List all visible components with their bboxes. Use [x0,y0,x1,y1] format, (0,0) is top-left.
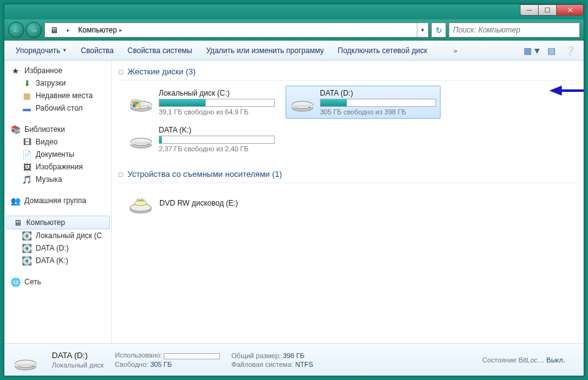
download-icon: ⬇ [22,78,32,88]
forward-button[interactable]: → [26,22,42,38]
sidebar-item-downloads[interactable]: ⬇Загрузки [4,77,111,89]
sidebar-item-music[interactable]: 🎵Музыка [4,173,111,186]
search-input[interactable] [449,22,580,38]
sidebar-item-recent[interactable]: ▦Недавние места [4,89,111,102]
computer-icon: 🖥 [12,218,22,228]
refresh-button[interactable]: ↻ [431,22,446,38]
desktop-icon: ▬ [22,103,32,113]
sidebar-item-drive-d[interactable]: 💽DATA (D:) [4,242,111,254]
help-button[interactable]: ❔ [561,43,579,58]
drive-icon: 💽 [22,256,32,266]
drive-icon [11,348,41,372]
breadcrumb-dropdown[interactable]: ▾ [417,23,428,37]
svg-text:DVD: DVD [137,198,145,202]
svg-point-24 [32,365,34,367]
doc-icon: 📄 [22,149,32,159]
svg-point-12 [309,107,311,109]
back-button[interactable]: ← [8,22,24,38]
sidebar-favorites[interactable]: ★Избранное [4,64,111,77]
properties-button[interactable]: Свойства [74,44,120,58]
image-icon: 🖼 [22,162,32,172]
content-pane: ▢Жесткие диски (3) Локальный диск (C:) 3… [112,61,584,343]
drive-icon [129,89,154,114]
svg-rect-6 [136,101,139,104]
toolbar: Упорядочить▼ Свойства Свойства системы У… [4,41,584,61]
titlebar: ─ ☐ ✕ [4,4,584,19]
sidebar-computer[interactable]: 🖥Компьютер [6,216,110,229]
sidebar: ★Избранное ⬇Загрузки ▦Недавние места ▬Ра… [4,61,112,343]
uninstall-button[interactable]: Удалить или изменить программу [200,44,331,58]
svg-point-16 [148,144,150,146]
group-header-hdd[interactable]: ▢Жесткие диски (3) [118,64,577,81]
close-button[interactable]: ✕ [556,4,584,16]
recent-icon: ▦ [22,91,32,101]
preview-pane-button[interactable]: ▤ [542,43,560,58]
sidebar-item-video[interactable]: 🎞Видео [4,136,111,148]
device-dvd[interactable]: DVD DVD RW дисковод (E:) [124,188,577,218]
sidebar-item-desktop[interactable]: ▬Рабочий стол [4,102,111,114]
explorer-window: ─ ☐ ✕ ← → 🖥 ▸ Компьютер ▸ ▾ ↻ Упорядочит… [4,4,584,376]
svg-rect-7 [132,104,136,108]
group-header-removable[interactable]: ▢Устройства со съемными носителями (1) [118,167,577,183]
capacity-bar [320,99,436,107]
music-icon: 🎵 [22,174,32,184]
sidebar-item-drive-c[interactable]: 💽Локальный диск (C [4,229,111,242]
svg-rect-5 [132,101,136,104]
capacity-bar [159,136,275,144]
library-icon: 📚 [11,124,21,134]
svg-point-3 [148,107,150,109]
organize-button[interactable]: Упорядочить▼ [9,44,73,58]
computer-icon: 🖥 [49,25,59,35]
minimize-button[interactable]: ─ [520,4,539,16]
network-icon: 🌐 [11,277,21,287]
sidebar-network[interactable]: 🌐Сеть [4,276,111,288]
nav-bar: ← → 🖥 ▸ Компьютер ▸ ▾ ↻ [4,19,584,41]
drive-icon: 💽 [22,231,32,241]
dvd-icon: DVD [128,191,153,216]
details-pane: DATA (D:) Локальный диск Использовано: С… [4,343,584,376]
sidebar-libraries[interactable]: 📚Библиотеки [4,123,111,136]
breadcrumb[interactable]: 🖥 ▸ Компьютер ▸ ▾ [44,22,429,38]
toolbar-overflow[interactable]: » [451,47,460,54]
sidebar-item-drive-k[interactable]: 💽DATA (K:) [4,254,111,267]
star-icon: ★ [11,66,21,76]
capacity-bar [159,99,275,107]
view-button[interactable]: ▦▼ [524,43,541,58]
video-icon: 🎞 [22,137,32,147]
sidebar-item-docs[interactable]: 📄Документы [4,148,111,161]
drive-icon [129,126,154,151]
drive-item[interactable]: DATA (K:) 2,37 ГБ свободно из 2,40 ГБ [124,122,279,156]
drive-item[interactable]: Локальный диск (C:) 39,1 ГБ свободно из … [124,86,279,119]
netdrive-button[interactable]: Подключить сетевой диск [331,44,433,58]
homegroup-icon: 👥 [11,196,21,206]
annotation-arrow [549,86,584,96]
drive-item[interactable]: DATA (D:) 305 ГБ свободно из 398 ГБ [286,86,441,119]
breadcrumb-item[interactable]: Компьютер ▸ [74,23,127,37]
drive-icon [290,89,315,114]
sidebar-item-images[interactable]: 🖼Изображения [4,161,111,173]
drive-icon: 💽 [22,243,32,253]
maximize-button[interactable]: ☐ [538,4,557,16]
svg-rect-8 [136,104,139,108]
system-props-button[interactable]: Свойства системы [121,44,199,58]
sidebar-homegroup[interactable]: 👥Домашняя группа [4,194,111,207]
